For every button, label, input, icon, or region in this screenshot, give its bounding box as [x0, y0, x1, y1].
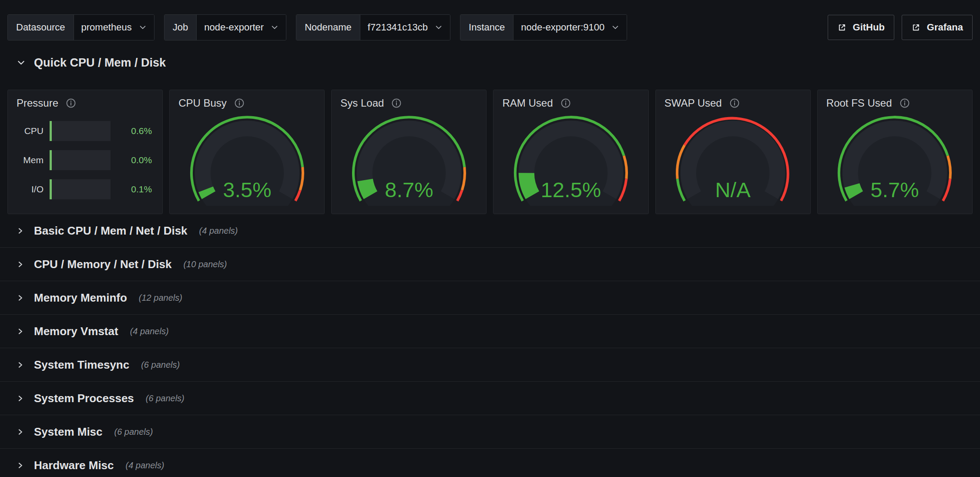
info-icon[interactable]: [391, 98, 402, 108]
chevron-down-icon: [17, 58, 26, 67]
dashboard-links: GitHub Grafana: [828, 15, 973, 40]
gauge-panel-ram-used: RAM Used 12.5%: [493, 90, 648, 214]
variable-dropdown-datasource[interactable]: Datasource prometheus: [7, 14, 154, 40]
svg-text:8.7%: 8.7%: [385, 178, 433, 202]
svg-text:12.5%: 12.5%: [541, 178, 601, 202]
variable-value-button[interactable]: f721341c13cb: [360, 15, 450, 40]
chevron-down-icon: [139, 24, 147, 31]
dashboard-row-system-processes[interactable]: System Processes (6 panels): [0, 382, 980, 415]
grafana-dashboard: Datasource prometheus Job node-exporter …: [0, 0, 980, 477]
pressure-metric-value: 0.6%: [111, 126, 154, 136]
variable-value: node-exporter: [204, 22, 264, 33]
variable-value: node-exporter:9100: [521, 22, 604, 33]
bar-gauge-fill: [50, 179, 52, 199]
panel-title: RAM Used: [502, 97, 553, 109]
row-title: Basic CPU / Mem / Net / Disk: [34, 224, 188, 238]
info-icon[interactable]: [729, 98, 740, 108]
external-link-icon: [911, 23, 920, 32]
link-button-grafana[interactable]: Grafana: [902, 15, 973, 40]
dashboard-row-hardware-misc[interactable]: Hardware Misc (4 panels): [0, 449, 980, 477]
chevron-down-icon: [435, 24, 443, 31]
variable-dropdown-instance[interactable]: Instance node-exporter:9100: [460, 14, 627, 40]
link-label: GitHub: [853, 22, 885, 33]
panel-title: CPU Busy: [178, 97, 227, 109]
variable-value-button[interactable]: node-exporter: [197, 15, 286, 40]
panel-header: RAM Used: [502, 97, 639, 109]
variable-value-button[interactable]: node-exporter:9100: [513, 15, 627, 40]
variable-dropdown-job[interactable]: Job node-exporter: [164, 14, 286, 40]
svg-text:N/A: N/A: [715, 178, 751, 202]
svg-text:3.5%: 3.5%: [223, 178, 272, 202]
dashboard-row-system-timesync[interactable]: System Timesync (6 panels): [0, 348, 980, 382]
dashboard-row-basic-cpu-mem-net-disk[interactable]: Basic CPU / Mem / Net / Disk (4 panels): [0, 214, 980, 248]
info-icon[interactable]: [560, 98, 571, 108]
pressure-row: I/O 0.1%: [17, 179, 154, 199]
gauge-panel-cpu-busy: CPU Busy 3.5%: [169, 90, 325, 214]
pressure-bars: CPU 0.6% Mem 0.0% I/O 0.1%: [17, 121, 154, 199]
gauge-chart: 8.7%: [340, 110, 477, 206]
pressure-metric-label: I/O: [17, 184, 44, 195]
panel-grid: Pressure CPU 0.6% Mem 0.0% I/O: [7, 90, 973, 214]
dashboard-row-memory-meminfo[interactable]: Memory Meminfo (12 panels): [0, 281, 980, 315]
info-icon[interactable]: [66, 98, 76, 108]
variable-dropdown-nodename[interactable]: Nodename f721341c13cb: [296, 14, 450, 40]
row-title: System Misc: [34, 425, 103, 439]
info-icon[interactable]: [234, 98, 245, 108]
gauge-panel-swap-used: SWAP Used N/A: [655, 90, 811, 214]
bar-gauge-track: [50, 179, 111, 199]
panel-title: SWAP Used: [665, 97, 722, 109]
pressure-panel: Pressure CPU 0.6% Mem 0.0% I/O: [7, 90, 163, 214]
external-link-icon: [837, 23, 846, 32]
link-button-github[interactable]: GitHub: [828, 15, 894, 40]
row-title: Hardware Misc: [34, 459, 114, 472]
bar-gauge-fill: [50, 121, 52, 141]
panel-header: CPU Busy: [178, 97, 315, 109]
dashboard-row-cpu-memory-net-disk[interactable]: CPU / Memory / Net / Disk (10 panels): [0, 248, 980, 281]
svg-text:5.7%: 5.7%: [871, 178, 920, 202]
variable-label: Job: [164, 15, 197, 40]
row-panel-count: (6 panels): [146, 393, 185, 403]
variable-value: f721341c13cb: [368, 22, 428, 33]
row-panel-count: (4 panels): [126, 460, 164, 470]
row-title: Memory Meminfo: [34, 291, 127, 305]
gauge-panel-root-fs-used: Root FS Used 5.7%: [817, 90, 973, 214]
row-title: System Processes: [34, 392, 134, 405]
row-panel-count: (10 panels): [183, 259, 227, 269]
row-header-quick-cpu-mem-disk[interactable]: Quick CPU / Mem / Disk: [17, 55, 980, 71]
variable-value-button[interactable]: prometheus: [74, 15, 154, 40]
panel-header: SWAP Used: [665, 97, 802, 109]
pressure-row: Mem 0.0%: [17, 150, 154, 170]
pressure-metric-label: Mem: [17, 155, 44, 165]
collapsed-rows: Basic CPU / Mem / Net / Disk (4 panels) …: [0, 214, 980, 477]
bar-gauge-track: [50, 150, 111, 170]
chevron-right-icon: [17, 428, 24, 436]
variable-label: Nodename: [296, 15, 360, 40]
gauge-chart: 3.5%: [178, 110, 315, 206]
variable-label: Datasource: [8, 15, 74, 40]
row-panel-count: (4 panels): [199, 226, 238, 236]
dashboard-topbar: Datasource prometheus Job node-exporter …: [0, 0, 980, 40]
gauge-chart: 12.5%: [502, 110, 639, 206]
bar-gauge-fill: [50, 150, 52, 170]
info-icon[interactable]: [899, 98, 910, 108]
row-title: CPU / Memory / Net / Disk: [34, 258, 171, 271]
dashboard-row-system-misc[interactable]: System Misc (6 panels): [0, 415, 980, 449]
dashboard-row-memory-vmstat[interactable]: Memory Vmstat (4 panels): [0, 315, 980, 348]
panel-header: Pressure: [17, 97, 154, 109]
variable-label: Instance: [460, 15, 513, 40]
chevron-right-icon: [17, 294, 24, 302]
bar-gauge-track: [50, 121, 111, 141]
chevron-right-icon: [17, 261, 24, 268]
chevron-down-icon: [271, 24, 279, 31]
gauge-chart: N/A: [665, 110, 802, 206]
panel-title: Root FS Used: [826, 97, 892, 109]
chevron-down-icon: [611, 24, 619, 31]
section-title: Quick CPU / Mem / Disk: [34, 56, 166, 70]
pressure-row: CPU 0.6%: [17, 121, 154, 141]
row-title: Memory Vmstat: [34, 325, 118, 338]
panel-title: Sys Load: [340, 97, 384, 109]
pressure-metric-value: 0.1%: [111, 184, 154, 195]
panel-header: Root FS Used: [826, 97, 963, 109]
chevron-right-icon: [17, 462, 24, 469]
panel-header: Sys Load: [340, 97, 477, 109]
